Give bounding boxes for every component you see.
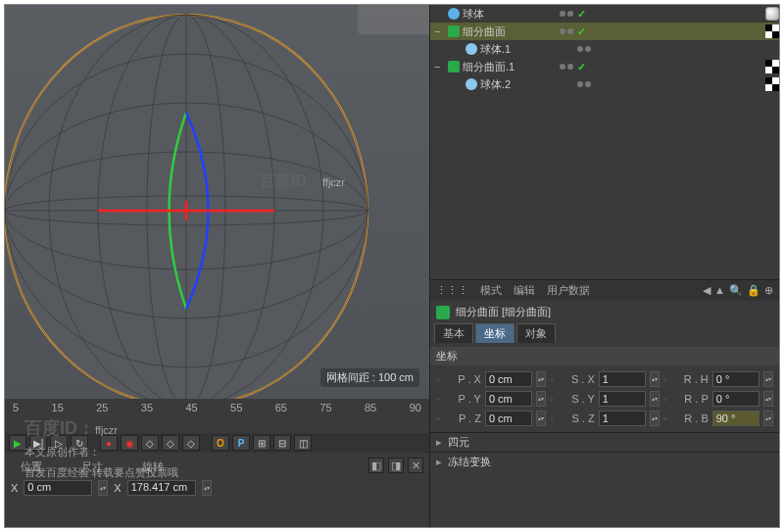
coordinate-bar: ◧ ◨ ✕ 位置 尺寸 旋转 X 0 cm ▴▾ X 178.417 cm ▴▾ xyxy=(5,454,429,527)
layer-dots[interactable] xyxy=(560,64,573,70)
anim-dot[interactable]: ◦ xyxy=(436,393,440,405)
layer-dots[interactable] xyxy=(560,11,573,17)
option-c-button[interactable]: ◫ xyxy=(294,435,312,451)
menu-edit[interactable]: 编辑 xyxy=(514,283,535,298)
object-name: 细分曲面 xyxy=(463,24,506,39)
viewport-3d[interactable]: 网格间距 : 100 cm 5 15 25 35 45 55 65 75 85 … xyxy=(5,5,429,416)
menu-mode[interactable]: 模式 xyxy=(480,283,502,298)
layer-dots[interactable] xyxy=(560,28,573,34)
pos-x-field[interactable]: 0 cm xyxy=(24,480,92,496)
spinner[interactable]: ▴▾ xyxy=(650,371,660,387)
key-pos-button[interactable]: ◇ xyxy=(141,435,159,451)
spinner[interactable]: ▴▾ xyxy=(536,411,546,426)
check-icon[interactable]: ✓ xyxy=(577,25,586,38)
object-name: 球体 xyxy=(463,7,484,22)
attribute-manager: ⋮⋮⋮ 模式 编辑 用户数据 ◀ ▲ 🔍 🔒 ⊕ 细分曲面 [细分曲面] 基本 … xyxy=(429,279,779,527)
collapse-quaternion[interactable]: ▸ 四元 xyxy=(430,432,779,452)
key-rot-button[interactable]: ◇ xyxy=(182,435,200,451)
material-tag[interactable] xyxy=(765,7,779,21)
pos-field[interactable]: 0 cm xyxy=(485,391,532,407)
anim-dot[interactable]: ◦ xyxy=(550,373,554,385)
object-row[interactable]: 球体✓ xyxy=(430,5,779,23)
bar-icon-b[interactable]: ◨ xyxy=(388,458,404,473)
chevron-right-icon: ▸ xyxy=(436,436,442,449)
object-row[interactable]: 球体.1 xyxy=(430,40,779,58)
spinner[interactable]: ▴▾ xyxy=(763,411,773,426)
nav-up-icon[interactable]: ▲ xyxy=(714,284,725,297)
object-row[interactable]: −细分曲面.1✓ xyxy=(430,58,779,75)
autokey-button[interactable]: ◉ xyxy=(121,435,138,451)
bar-icon-a[interactable]: ◧ xyxy=(368,458,384,473)
layer-dots[interactable] xyxy=(577,81,591,87)
checker-tag[interactable] xyxy=(765,24,779,38)
object-name: 球体.1 xyxy=(480,42,511,57)
header-rotation: 旋转 xyxy=(142,459,164,474)
pos-field[interactable]: 0 cm xyxy=(485,371,532,387)
section-header-coord: 坐标 xyxy=(430,347,779,365)
step-fwd-button[interactable]: ▷ xyxy=(50,435,68,451)
spinner[interactable]: ▴▾ xyxy=(650,411,660,426)
record-button[interactable]: ● xyxy=(100,435,118,451)
checker-tag[interactable] xyxy=(765,77,779,91)
scale-field[interactable]: 1 xyxy=(599,371,646,387)
time-ruler[interactable]: 5 15 25 35 45 55 65 75 85 90 xyxy=(5,399,429,416)
sphere-wireframe xyxy=(5,5,429,416)
lock-icon[interactable]: 🔒 xyxy=(747,284,760,297)
expand-toggle[interactable]: − xyxy=(434,61,444,73)
object-row[interactable]: −细分曲面✓ xyxy=(430,23,779,40)
new-icon[interactable]: ⊕ xyxy=(764,284,773,297)
search-icon[interactable]: 🔍 xyxy=(729,284,743,297)
tab-object[interactable]: 对象 xyxy=(516,323,556,343)
sds-icon xyxy=(436,306,450,319)
checker-tag[interactable] xyxy=(765,60,779,73)
collapse-freeze[interactable]: ▸ 冻结变换 xyxy=(430,452,779,471)
loop-button[interactable]: ↻ xyxy=(71,435,88,451)
rot-field[interactable]: 0 ° xyxy=(712,371,760,387)
play-button[interactable]: ▶ xyxy=(9,435,26,451)
object-manager[interactable]: 球体✓−细分曲面✓球体.1−细分曲面.1✓球体.2 xyxy=(429,5,779,279)
size-x-field[interactable]: 178.417 cm xyxy=(127,480,196,496)
coord-row: ◦P . Z0 cm▴▾◦S . Z1▴▾◦R . B90 °▴▾ xyxy=(436,409,773,428)
anim-dot[interactable]: ◦ xyxy=(436,373,440,385)
pos-field[interactable]: 0 cm xyxy=(485,411,532,426)
option-b-button[interactable]: ⊟ xyxy=(273,435,291,451)
spinner[interactable]: ▴▾ xyxy=(98,480,108,496)
nav-back-icon[interactable]: ◀ xyxy=(703,284,710,297)
close-icon[interactable]: ✕ xyxy=(408,458,423,473)
goto-end-button[interactable]: ▶| xyxy=(29,435,47,451)
anim-dot[interactable]: ◦ xyxy=(663,412,667,424)
check-icon[interactable]: ✓ xyxy=(577,8,586,21)
object-name: 球体.2 xyxy=(480,77,511,92)
option-a-button[interactable]: ⊞ xyxy=(253,435,270,451)
expand-toggle[interactable]: − xyxy=(434,25,444,37)
scale-field[interactable]: 1 xyxy=(599,411,646,426)
menu-userdata[interactable]: 用户数据 xyxy=(547,283,590,298)
rot-field[interactable]: 90 ° xyxy=(712,411,760,426)
tab-coord[interactable]: 坐标 xyxy=(475,323,514,343)
anim-dot[interactable]: ◦ xyxy=(663,373,667,385)
spinner[interactable]: ▴▾ xyxy=(202,480,212,496)
layer-dots[interactable] xyxy=(577,46,591,52)
rot-field[interactable]: 0 ° xyxy=(712,391,760,407)
object-row[interactable]: 球体.2 xyxy=(430,75,779,93)
spinner[interactable]: ▴▾ xyxy=(650,391,660,407)
anim-dot[interactable]: ◦ xyxy=(663,393,667,405)
attribute-tabs: 基本 坐标 对象 xyxy=(430,323,779,343)
spinner[interactable]: ▴▾ xyxy=(536,371,546,387)
attribute-object-title: 细分曲面 [细分曲面] xyxy=(430,301,779,323)
sds-icon xyxy=(448,61,460,73)
spinner[interactable]: ▴▾ xyxy=(536,391,546,407)
spinner[interactable]: ▴▾ xyxy=(763,371,773,387)
option-p-button[interactable]: P xyxy=(232,435,250,451)
key-scale-button[interactable]: ◇ xyxy=(162,435,179,451)
option-o-button[interactable]: O xyxy=(212,435,229,451)
tab-basic[interactable]: 基本 xyxy=(434,323,473,343)
spinner[interactable]: ▴▾ xyxy=(763,391,773,407)
anim-dot[interactable]: ◦ xyxy=(550,393,554,405)
scale-field[interactable]: 1 xyxy=(599,391,646,407)
check-icon[interactable]: ✓ xyxy=(577,61,586,73)
grip-icon: ⋮⋮⋮ xyxy=(436,284,468,297)
anim-dot[interactable]: ◦ xyxy=(550,412,554,424)
anim-dot[interactable]: ◦ xyxy=(436,412,440,424)
chevron-right-icon: ▸ xyxy=(436,456,442,468)
